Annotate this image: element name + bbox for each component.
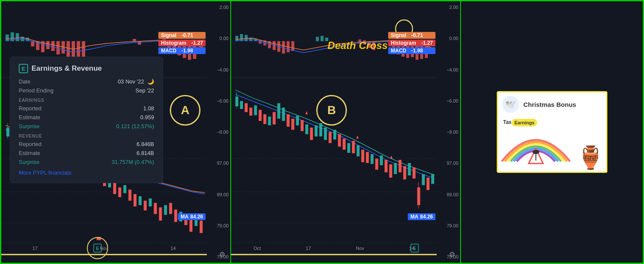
svg-text:Tax: Tax xyxy=(503,119,512,125)
svg-point-170 xyxy=(532,150,539,154)
svg-rect-100 xyxy=(316,37,319,41)
svg-rect-58 xyxy=(118,187,121,197)
svg-rect-132 xyxy=(310,128,313,140)
estimate-value: 0.959 xyxy=(140,114,154,121)
svg-rect-124 xyxy=(273,112,276,124)
surprise-label: Surprise xyxy=(19,123,39,129)
svg-rect-60 xyxy=(129,189,132,201)
svg-rect-68 xyxy=(169,203,172,214)
svg-rect-9 xyxy=(16,33,19,41)
svg-rect-126 xyxy=(282,108,285,121)
svg-rect-158 xyxy=(426,178,429,190)
svg-rect-140 xyxy=(347,143,350,153)
svg-rect-138 xyxy=(338,134,341,146)
svg-rect-143 xyxy=(361,150,364,162)
histogram-badge-middle: Histogram -1.27 xyxy=(388,40,435,46)
svg-rect-137 xyxy=(333,130,336,140)
svg-rect-64 xyxy=(149,198,152,207)
svg-rect-159 xyxy=(431,174,434,184)
svg-rect-57 xyxy=(113,183,116,194)
earnings-popup: E Earnings & Revenue Date 03 Nov '22 🌙 P… xyxy=(10,57,163,183)
revenue-section-label: REVENUE xyxy=(19,134,154,138)
svg-rect-120 xyxy=(254,106,257,115)
rainbow-svg: Tax Earnings xyxy=(500,115,572,170)
death-cross-label: Death Cross xyxy=(328,40,388,52)
gear-icon-middle[interactable]: ⚙ xyxy=(449,250,455,258)
svg-rect-119 xyxy=(249,108,252,116)
svg-rect-131 xyxy=(305,124,308,134)
svg-rect-121 xyxy=(259,110,262,121)
reported-value: 1.08 xyxy=(143,105,154,112)
rev-estimate-value: 6.814B xyxy=(137,150,154,156)
svg-rect-134 xyxy=(319,123,322,136)
period-value: Sep '22 xyxy=(135,87,154,94)
svg-rect-123 xyxy=(268,117,271,126)
middle-chart-area: E Death Cross B Signal -0.71 Histogram -… xyxy=(231,1,460,263)
earnings-section-label: EARNINGS xyxy=(19,98,154,103)
svg-rect-153 xyxy=(408,163,411,175)
svg-rect-16 xyxy=(52,41,55,51)
earnings-title: Earnings & Revenue xyxy=(31,64,102,73)
svg-rect-165 xyxy=(231,254,437,255)
svg-rect-23 xyxy=(133,39,136,41)
surprise-value: 0.121 (12.57%) xyxy=(116,123,154,129)
date-label: Date xyxy=(19,78,30,85)
oct-label: Oct xyxy=(254,246,261,251)
svg-rect-129 xyxy=(296,115,299,125)
svg-rect-122 xyxy=(263,114,266,124)
svg-rect-142 xyxy=(357,145,360,156)
gear-icon-left[interactable]: ⚙ xyxy=(219,250,225,258)
svg-rect-146 xyxy=(375,158,378,169)
ma-label-left: MA 84.26 xyxy=(178,213,206,220)
histogram-badge-left: Histogram -1.27 xyxy=(158,40,206,46)
signal-badge-left: Signal -0.71 xyxy=(158,32,206,39)
svg-rect-148 xyxy=(385,160,388,172)
left-chart-area: E Signal -0.71 Histogram -1.27 xyxy=(1,1,230,263)
rev-reported-label: Reported xyxy=(19,141,41,147)
svg-rect-74 xyxy=(200,221,203,233)
svg-rect-136 xyxy=(329,132,332,143)
svg-rect-24 xyxy=(138,41,141,45)
svg-rect-150 xyxy=(394,163,397,174)
earnings-icon: E xyxy=(19,64,28,73)
circle-a-marker: A xyxy=(170,95,200,126)
middle-panel: E Death Cross B Signal -0.71 Histogram -… xyxy=(231,1,461,263)
macd-labels-left: Signal -0.71 Histogram -1.27 MACD -1.98 xyxy=(158,32,206,54)
svg-rect-144 xyxy=(366,152,369,163)
svg-rect-128 xyxy=(291,119,294,130)
svg-rect-147 xyxy=(380,155,383,165)
rev-surprise-value: 31.757M (0.47%) xyxy=(112,159,154,165)
ma-label-middle: MA 84.26 xyxy=(408,213,435,220)
macd-badge-left: MACD -1.98 xyxy=(158,47,206,54)
svg-rect-118 xyxy=(245,103,248,112)
rev-surprise-label: Surprise xyxy=(19,159,39,165)
macd-badge-middle: MACD -1.98 xyxy=(388,47,435,54)
svg-rect-59 xyxy=(123,185,126,193)
christmas-header: 🕊️ Christmas Bonus xyxy=(498,92,606,116)
svg-rect-72 xyxy=(189,218,192,232)
svg-rect-135 xyxy=(324,128,327,140)
more-financials-link[interactable]: More PYPL financials xyxy=(19,169,154,176)
svg-rect-79 xyxy=(1,254,207,255)
svg-rect-130 xyxy=(301,120,303,131)
svg-rect-152 xyxy=(403,166,406,179)
svg-rect-117 xyxy=(240,101,243,109)
estimate-label: Estimate xyxy=(19,114,40,121)
svg-rect-61 xyxy=(134,194,137,207)
svg-rect-155 xyxy=(417,187,420,205)
svg-rect-125 xyxy=(278,103,280,118)
svg-rect-69 xyxy=(174,209,177,222)
rev-estimate-label: Estimate xyxy=(19,150,40,156)
svg-rect-154 xyxy=(412,167,415,178)
christmas-title: Christmas Bonus xyxy=(524,101,576,108)
circle-b-marker: B xyxy=(316,95,347,126)
svg-rect-67 xyxy=(164,205,167,215)
christmas-panel: 🕊️ Christmas Bonus xyxy=(497,91,607,173)
svg-rect-21 xyxy=(77,41,80,58)
svg-rect-139 xyxy=(343,139,346,150)
svg-rect-101 xyxy=(321,36,323,41)
y-axis-left: 2.00 0.00 −4.00 −6.00 −8.00 97.00 89.00 … xyxy=(207,1,230,263)
x-axis-left: 17 Nov 14 xyxy=(1,246,207,251)
period-label: Period Ending xyxy=(19,87,54,94)
svg-rect-133 xyxy=(315,125,318,136)
